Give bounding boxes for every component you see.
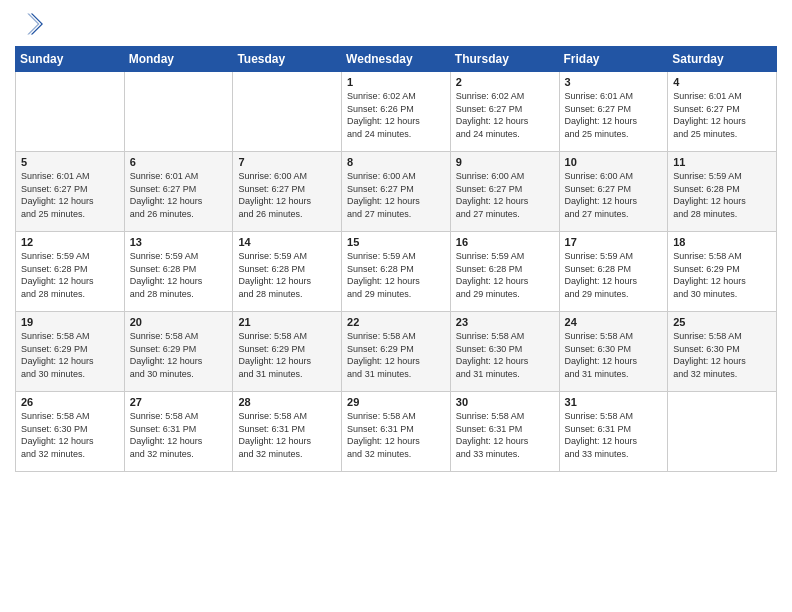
day-number: 21: [238, 316, 336, 328]
calendar-cell: 8Sunrise: 6:00 AM Sunset: 6:27 PM Daylig…: [342, 152, 451, 232]
svg-marker-1: [27, 14, 39, 35]
header-saturday: Saturday: [668, 47, 777, 72]
calendar-cell: [124, 72, 233, 152]
day-number: 16: [456, 236, 554, 248]
calendar-cell: 3Sunrise: 6:01 AM Sunset: 6:27 PM Daylig…: [559, 72, 668, 152]
calendar-cell: 9Sunrise: 6:00 AM Sunset: 6:27 PM Daylig…: [450, 152, 559, 232]
day-number: 6: [130, 156, 228, 168]
calendar-cell: 19Sunrise: 5:58 AM Sunset: 6:29 PM Dayli…: [16, 312, 125, 392]
day-info: Sunrise: 6:00 AM Sunset: 6:27 PM Dayligh…: [565, 170, 663, 220]
day-number: 8: [347, 156, 445, 168]
calendar-cell: 12Sunrise: 5:59 AM Sunset: 6:28 PM Dayli…: [16, 232, 125, 312]
day-number: 7: [238, 156, 336, 168]
day-number: 15: [347, 236, 445, 248]
day-info: Sunrise: 5:58 AM Sunset: 6:30 PM Dayligh…: [21, 410, 119, 460]
calendar-cell: 10Sunrise: 6:00 AM Sunset: 6:27 PM Dayli…: [559, 152, 668, 232]
day-number: 18: [673, 236, 771, 248]
day-info: Sunrise: 5:58 AM Sunset: 6:29 PM Dayligh…: [21, 330, 119, 380]
day-number: 12: [21, 236, 119, 248]
day-number: 11: [673, 156, 771, 168]
header-wednesday: Wednesday: [342, 47, 451, 72]
calendar-cell: 14Sunrise: 5:59 AM Sunset: 6:28 PM Dayli…: [233, 232, 342, 312]
day-number: 14: [238, 236, 336, 248]
day-number: 9: [456, 156, 554, 168]
day-info: Sunrise: 5:58 AM Sunset: 6:31 PM Dayligh…: [565, 410, 663, 460]
calendar-cell: 11Sunrise: 5:59 AM Sunset: 6:28 PM Dayli…: [668, 152, 777, 232]
calendar-week-row: 19Sunrise: 5:58 AM Sunset: 6:29 PM Dayli…: [16, 312, 777, 392]
day-info: Sunrise: 6:01 AM Sunset: 6:27 PM Dayligh…: [21, 170, 119, 220]
calendar-cell: 25Sunrise: 5:58 AM Sunset: 6:30 PM Dayli…: [668, 312, 777, 392]
calendar-cell: 28Sunrise: 5:58 AM Sunset: 6:31 PM Dayli…: [233, 392, 342, 472]
day-number: 23: [456, 316, 554, 328]
calendar-cell: 21Sunrise: 5:58 AM Sunset: 6:29 PM Dayli…: [233, 312, 342, 392]
header-friday: Friday: [559, 47, 668, 72]
calendar-week-row: 1Sunrise: 6:02 AM Sunset: 6:26 PM Daylig…: [16, 72, 777, 152]
calendar-cell: 1Sunrise: 6:02 AM Sunset: 6:26 PM Daylig…: [342, 72, 451, 152]
day-number: 2: [456, 76, 554, 88]
calendar-cell: 5Sunrise: 6:01 AM Sunset: 6:27 PM Daylig…: [16, 152, 125, 232]
header-sunday: Sunday: [16, 47, 125, 72]
calendar-cell: [16, 72, 125, 152]
day-number: 24: [565, 316, 663, 328]
calendar-cell: 22Sunrise: 5:58 AM Sunset: 6:29 PM Dayli…: [342, 312, 451, 392]
day-number: 1: [347, 76, 445, 88]
day-number: 27: [130, 396, 228, 408]
day-info: Sunrise: 5:58 AM Sunset: 6:30 PM Dayligh…: [565, 330, 663, 380]
day-number: 20: [130, 316, 228, 328]
calendar-week-row: 26Sunrise: 5:58 AM Sunset: 6:30 PM Dayli…: [16, 392, 777, 472]
day-info: Sunrise: 5:58 AM Sunset: 6:29 PM Dayligh…: [130, 330, 228, 380]
day-info: Sunrise: 6:00 AM Sunset: 6:27 PM Dayligh…: [238, 170, 336, 220]
day-number: 25: [673, 316, 771, 328]
day-number: 31: [565, 396, 663, 408]
day-number: 29: [347, 396, 445, 408]
day-info: Sunrise: 5:58 AM Sunset: 6:30 PM Dayligh…: [456, 330, 554, 380]
day-info: Sunrise: 5:58 AM Sunset: 6:31 PM Dayligh…: [238, 410, 336, 460]
day-number: 13: [130, 236, 228, 248]
day-info: Sunrise: 5:58 AM Sunset: 6:29 PM Dayligh…: [347, 330, 445, 380]
calendar-cell: 30Sunrise: 5:58 AM Sunset: 6:31 PM Dayli…: [450, 392, 559, 472]
calendar-cell: [668, 392, 777, 472]
calendar-cell: 7Sunrise: 6:00 AM Sunset: 6:27 PM Daylig…: [233, 152, 342, 232]
header-tuesday: Tuesday: [233, 47, 342, 72]
calendar-cell: 2Sunrise: 6:02 AM Sunset: 6:27 PM Daylig…: [450, 72, 559, 152]
calendar-cell: 23Sunrise: 5:58 AM Sunset: 6:30 PM Dayli…: [450, 312, 559, 392]
day-info: Sunrise: 5:59 AM Sunset: 6:28 PM Dayligh…: [238, 250, 336, 300]
calendar-cell: 15Sunrise: 5:59 AM Sunset: 6:28 PM Dayli…: [342, 232, 451, 312]
day-info: Sunrise: 5:59 AM Sunset: 6:28 PM Dayligh…: [130, 250, 228, 300]
day-number: 26: [21, 396, 119, 408]
calendar-cell: 17Sunrise: 5:59 AM Sunset: 6:28 PM Dayli…: [559, 232, 668, 312]
calendar-cell: [233, 72, 342, 152]
calendar-cell: 16Sunrise: 5:59 AM Sunset: 6:28 PM Dayli…: [450, 232, 559, 312]
day-info: Sunrise: 6:02 AM Sunset: 6:27 PM Dayligh…: [456, 90, 554, 140]
logo: [15, 10, 47, 38]
day-info: Sunrise: 6:01 AM Sunset: 6:27 PM Dayligh…: [565, 90, 663, 140]
day-info: Sunrise: 5:58 AM Sunset: 6:29 PM Dayligh…: [673, 250, 771, 300]
day-info: Sunrise: 6:01 AM Sunset: 6:27 PM Dayligh…: [130, 170, 228, 220]
logo-icon: [15, 10, 43, 38]
day-info: Sunrise: 5:58 AM Sunset: 6:31 PM Dayligh…: [130, 410, 228, 460]
day-number: 4: [673, 76, 771, 88]
calendar-cell: 27Sunrise: 5:58 AM Sunset: 6:31 PM Dayli…: [124, 392, 233, 472]
day-info: Sunrise: 5:58 AM Sunset: 6:30 PM Dayligh…: [673, 330, 771, 380]
day-info: Sunrise: 6:00 AM Sunset: 6:27 PM Dayligh…: [456, 170, 554, 220]
day-info: Sunrise: 5:59 AM Sunset: 6:28 PM Dayligh…: [21, 250, 119, 300]
calendar-cell: 24Sunrise: 5:58 AM Sunset: 6:30 PM Dayli…: [559, 312, 668, 392]
day-number: 17: [565, 236, 663, 248]
svg-marker-0: [31, 14, 43, 35]
day-info: Sunrise: 5:58 AM Sunset: 6:31 PM Dayligh…: [456, 410, 554, 460]
calendar-cell: 6Sunrise: 6:01 AM Sunset: 6:27 PM Daylig…: [124, 152, 233, 232]
day-info: Sunrise: 5:59 AM Sunset: 6:28 PM Dayligh…: [456, 250, 554, 300]
page: SundayMondayTuesdayWednesdayThursdayFrid…: [0, 0, 792, 612]
day-info: Sunrise: 5:58 AM Sunset: 6:31 PM Dayligh…: [347, 410, 445, 460]
calendar-cell: 29Sunrise: 5:58 AM Sunset: 6:31 PM Dayli…: [342, 392, 451, 472]
day-number: 3: [565, 76, 663, 88]
day-number: 10: [565, 156, 663, 168]
day-number: 22: [347, 316, 445, 328]
calendar-table: SundayMondayTuesdayWednesdayThursdayFrid…: [15, 46, 777, 472]
calendar-cell: 13Sunrise: 5:59 AM Sunset: 6:28 PM Dayli…: [124, 232, 233, 312]
calendar-week-row: 5Sunrise: 6:01 AM Sunset: 6:27 PM Daylig…: [16, 152, 777, 232]
day-info: Sunrise: 6:00 AM Sunset: 6:27 PM Dayligh…: [347, 170, 445, 220]
day-info: Sunrise: 5:58 AM Sunset: 6:29 PM Dayligh…: [238, 330, 336, 380]
header: [15, 10, 777, 38]
day-number: 5: [21, 156, 119, 168]
